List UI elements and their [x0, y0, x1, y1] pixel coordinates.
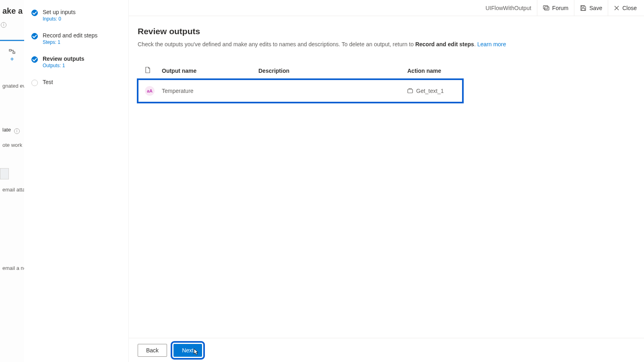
outputs-table: Output name Description Action name aATe…: [138, 67, 635, 103]
info-icon: i: [1, 22, 6, 28]
wizard-step-set-up-inputs[interactable]: Set up inputsInputs: 0: [31, 9, 121, 22]
step-bullet-icon: [31, 10, 38, 16]
learn-more-link[interactable]: Learn more: [477, 41, 506, 47]
output-name-cell: Temperature: [162, 88, 258, 94]
bg-blue-bar: [0, 40, 24, 41]
svg-rect-6: [408, 89, 413, 93]
plus-icon: +: [10, 56, 14, 63]
step-bullet-icon: [31, 80, 38, 86]
wizard-steps-panel: Set up inputsInputs: 0Record and edit st…: [24, 0, 129, 362]
save-icon: [580, 5, 586, 11]
step-sublabel: Inputs: 0: [43, 16, 76, 22]
col-action-name: Action name: [407, 68, 635, 74]
bg-title: ake a flo: [0, 0, 24, 19]
info-icon: i: [14, 128, 20, 134]
svg-rect-1: [13, 52, 15, 53]
col-description: Description: [258, 68, 407, 74]
bg-text: email a no: [0, 261, 24, 275]
bg-text: ote work: [0, 138, 24, 152]
forum-icon: [543, 5, 549, 11]
step-label: Review outputs: [43, 56, 84, 62]
close-button[interactable]: Close: [608, 0, 642, 16]
cursor-icon: [194, 348, 199, 356]
svg-rect-3: [545, 7, 549, 10]
output-action-cell: Get_text_1: [407, 88, 463, 94]
svg-rect-5: [582, 8, 585, 10]
next-button[interactable]: Next: [173, 344, 202, 357]
action-icon: [407, 88, 413, 94]
wizard-step-test[interactable]: Test: [31, 79, 121, 86]
page-description: Check the outputs you've defined and mak…: [138, 41, 635, 47]
bg-template-label: late i: [0, 121, 24, 138]
wizard-footer: Back Next: [129, 338, 644, 362]
close-icon: [614, 5, 619, 11]
wizard-step-record-and-edit-steps[interactable]: Record and edit stepsSteps: 1: [31, 32, 121, 45]
header-bar: UIFlowWithOutput Forum Save Close: [129, 0, 644, 16]
output-type-icon: aA: [145, 86, 155, 96]
main-content: Review outputs Check the outputs you've …: [129, 16, 644, 338]
bg-text: gnated even: [0, 79, 24, 93]
back-button[interactable]: Back: [138, 344, 167, 357]
col-output-name: Output name: [162, 68, 258, 74]
page-title: Review outputs: [138, 27, 635, 36]
bg-card: [0, 168, 9, 179]
table-header: Output name Description Action name: [138, 67, 635, 79]
flow-glyph: +: [0, 49, 24, 63]
svg-rect-4: [582, 6, 584, 7]
svg-rect-0: [9, 49, 11, 51]
forum-button[interactable]: Forum: [537, 0, 574, 16]
col-type-icon: [138, 67, 162, 74]
step-bullet-icon: [31, 33, 38, 39]
step-sublabel: Outputs: 1: [43, 63, 84, 68]
wizard-step-review-outputs[interactable]: Review outputsOutputs: 1: [31, 56, 121, 68]
svg-rect-2: [543, 6, 548, 9]
file-icon: [145, 67, 151, 73]
underlying-page-fragment: ake a flo i + gnated even late i ote wor…: [0, 0, 24, 362]
bg-text: email attac: [0, 183, 24, 197]
step-label: Record and edit steps: [43, 32, 97, 39]
step-label: Test: [43, 79, 53, 85]
save-button[interactable]: Save: [574, 0, 608, 16]
step-sublabel: Steps: 1: [43, 39, 97, 45]
output-row[interactable]: aATemperatureGet_text_1: [138, 79, 463, 103]
flow-name: UIFlowWithOutput: [480, 5, 537, 11]
step-bullet-icon: [31, 56, 38, 63]
step-label: Set up inputs: [43, 9, 76, 15]
